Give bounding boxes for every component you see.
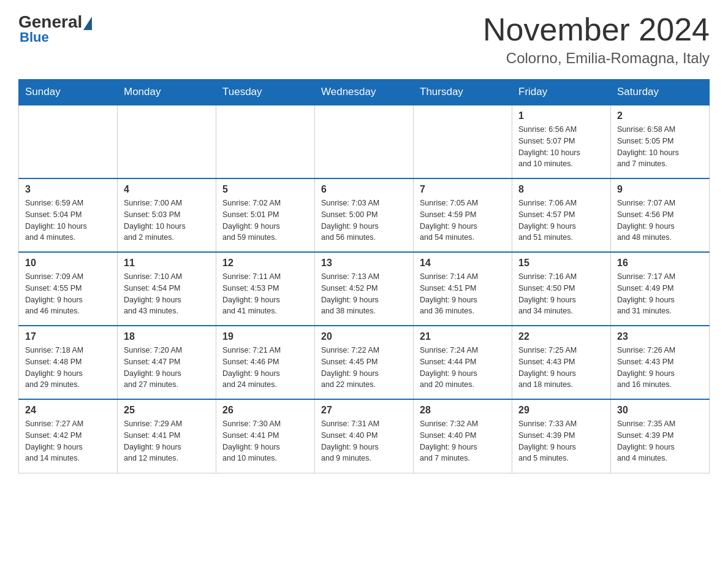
day-number: 19	[222, 331, 308, 342]
day-number: 17	[25, 331, 111, 342]
day-info: Sunrise: 7:02 AMSunset: 5:01 PMDaylight:…	[222, 197, 308, 243]
calendar-cell: 29Sunrise: 7:33 AMSunset: 4:39 PMDayligh…	[512, 399, 611, 473]
day-info: Sunrise: 7:25 AMSunset: 4:43 PMDaylight:…	[518, 345, 604, 391]
day-info: Sunrise: 7:07 AMSunset: 4:56 PMDaylight:…	[617, 197, 703, 243]
calendar-cell	[118, 105, 216, 178]
day-number: 8	[518, 184, 604, 195]
day-number: 16	[617, 258, 703, 269]
day-info: Sunrise: 7:21 AMSunset: 4:46 PMDaylight:…	[222, 345, 308, 391]
calendar-cell	[414, 105, 512, 178]
calendar-cell: 28Sunrise: 7:32 AMSunset: 4:40 PMDayligh…	[414, 399, 512, 473]
header-thursday: Thursday	[414, 80, 512, 105]
day-info: Sunrise: 7:30 AMSunset: 4:41 PMDaylight:…	[222, 418, 308, 464]
day-number: 5	[222, 184, 308, 195]
calendar-cell	[315, 105, 414, 178]
header-friday: Friday	[512, 80, 611, 105]
day-number: 2	[617, 110, 703, 121]
calendar-cell: 22Sunrise: 7:25 AMSunset: 4:43 PMDayligh…	[512, 326, 611, 399]
calendar-header-row: Sunday Monday Tuesday Wednesday Thursday…	[19, 80, 710, 105]
day-info: Sunrise: 7:35 AMSunset: 4:39 PMDaylight:…	[617, 418, 703, 464]
day-info: Sunrise: 7:26 AMSunset: 4:43 PMDaylight:…	[617, 345, 703, 391]
day-info: Sunrise: 7:11 AMSunset: 4:53 PMDaylight:…	[222, 271, 308, 317]
header-tuesday: Tuesday	[216, 80, 315, 105]
day-number: 30	[617, 405, 703, 416]
calendar-cell: 13Sunrise: 7:13 AMSunset: 4:52 PMDayligh…	[315, 252, 414, 326]
day-number: 4	[124, 184, 210, 195]
day-number: 24	[25, 405, 111, 416]
calendar-cell: 25Sunrise: 7:29 AMSunset: 4:41 PMDayligh…	[118, 399, 216, 473]
logo: General Blue	[18, 12, 92, 45]
day-info: Sunrise: 7:31 AMSunset: 4:40 PMDaylight:…	[321, 418, 407, 464]
day-info: Sunrise: 7:17 AMSunset: 4:49 PMDaylight:…	[617, 271, 703, 317]
calendar-cell	[216, 105, 315, 178]
day-number: 23	[617, 331, 703, 342]
day-info: Sunrise: 6:59 AMSunset: 5:04 PMDaylight:…	[25, 197, 111, 243]
day-number: 27	[321, 405, 407, 416]
day-number: 20	[321, 331, 407, 342]
day-number: 7	[420, 184, 506, 195]
calendar-cell: 5Sunrise: 7:02 AMSunset: 5:01 PMDaylight…	[216, 178, 315, 252]
week-row-1: 1Sunrise: 6:56 AMSunset: 5:07 PMDaylight…	[19, 105, 710, 178]
calendar-cell: 20Sunrise: 7:22 AMSunset: 4:45 PMDayligh…	[315, 326, 414, 399]
day-number: 6	[321, 184, 407, 195]
calendar-cell: 24Sunrise: 7:27 AMSunset: 4:42 PMDayligh…	[19, 399, 118, 473]
day-info: Sunrise: 7:00 AMSunset: 5:03 PMDaylight:…	[124, 197, 210, 243]
day-info: Sunrise: 7:18 AMSunset: 4:48 PMDaylight:…	[25, 345, 111, 391]
week-row-5: 24Sunrise: 7:27 AMSunset: 4:42 PMDayligh…	[19, 399, 710, 473]
logo-triangle-icon	[83, 17, 92, 30]
day-info: Sunrise: 7:22 AMSunset: 4:45 PMDaylight:…	[321, 345, 407, 391]
week-row-2: 3Sunrise: 6:59 AMSunset: 5:04 PMDaylight…	[19, 178, 710, 252]
calendar-cell: 7Sunrise: 7:05 AMSunset: 4:59 PMDaylight…	[414, 178, 512, 252]
day-number: 3	[25, 184, 111, 195]
day-number: 9	[617, 184, 703, 195]
calendar-cell: 11Sunrise: 7:10 AMSunset: 4:54 PMDayligh…	[118, 252, 216, 326]
calendar-cell: 27Sunrise: 7:31 AMSunset: 4:40 PMDayligh…	[315, 399, 414, 473]
calendar-cell: 17Sunrise: 7:18 AMSunset: 4:48 PMDayligh…	[19, 326, 118, 399]
day-info: Sunrise: 7:13 AMSunset: 4:52 PMDaylight:…	[321, 271, 407, 317]
calendar-table: Sunday Monday Tuesday Wednesday Thursday…	[18, 79, 710, 473]
calendar-cell: 8Sunrise: 7:06 AMSunset: 4:57 PMDaylight…	[512, 178, 611, 252]
day-number: 1	[518, 110, 604, 121]
calendar-cell: 1Sunrise: 6:56 AMSunset: 5:07 PMDaylight…	[512, 105, 611, 178]
calendar-cell: 9Sunrise: 7:07 AMSunset: 4:56 PMDaylight…	[611, 178, 710, 252]
header-saturday: Saturday	[611, 80, 710, 105]
calendar-cell: 4Sunrise: 7:00 AMSunset: 5:03 PMDaylight…	[118, 178, 216, 252]
calendar-cell: 2Sunrise: 6:58 AMSunset: 5:05 PMDaylight…	[611, 105, 710, 178]
day-number: 21	[420, 331, 506, 342]
day-info: Sunrise: 7:10 AMSunset: 4:54 PMDaylight:…	[124, 271, 210, 317]
calendar-cell: 14Sunrise: 7:14 AMSunset: 4:51 PMDayligh…	[414, 252, 512, 326]
day-number: 22	[518, 331, 604, 342]
day-info: Sunrise: 7:32 AMSunset: 4:40 PMDaylight:…	[420, 418, 506, 464]
calendar-cell: 21Sunrise: 7:24 AMSunset: 4:44 PMDayligh…	[414, 326, 512, 399]
day-number: 15	[518, 258, 604, 269]
day-number: 29	[518, 405, 604, 416]
month-title: November 2024	[483, 12, 710, 47]
header-monday: Monday	[118, 80, 216, 105]
week-row-3: 10Sunrise: 7:09 AMSunset: 4:55 PMDayligh…	[19, 252, 710, 326]
day-info: Sunrise: 6:58 AMSunset: 5:05 PMDaylight:…	[617, 124, 703, 170]
calendar-cell: 19Sunrise: 7:21 AMSunset: 4:46 PMDayligh…	[216, 326, 315, 399]
calendar-cell: 26Sunrise: 7:30 AMSunset: 4:41 PMDayligh…	[216, 399, 315, 473]
header-sunday: Sunday	[19, 80, 118, 105]
day-number: 13	[321, 258, 407, 269]
day-info: Sunrise: 7:09 AMSunset: 4:55 PMDaylight:…	[25, 271, 111, 317]
logo-blue-text: Blue	[20, 29, 49, 45]
calendar-cell: 18Sunrise: 7:20 AMSunset: 4:47 PMDayligh…	[118, 326, 216, 399]
day-info: Sunrise: 7:14 AMSunset: 4:51 PMDaylight:…	[420, 271, 506, 317]
calendar-cell: 12Sunrise: 7:11 AMSunset: 4:53 PMDayligh…	[216, 252, 315, 326]
day-number: 26	[222, 405, 308, 416]
week-row-4: 17Sunrise: 7:18 AMSunset: 4:48 PMDayligh…	[19, 326, 710, 399]
day-info: Sunrise: 7:16 AMSunset: 4:50 PMDaylight:…	[518, 271, 604, 317]
calendar-cell: 16Sunrise: 7:17 AMSunset: 4:49 PMDayligh…	[611, 252, 710, 326]
day-number: 10	[25, 258, 111, 269]
calendar-cell	[19, 105, 118, 178]
day-info: Sunrise: 7:27 AMSunset: 4:42 PMDaylight:…	[25, 418, 111, 464]
calendar-cell: 6Sunrise: 7:03 AMSunset: 5:00 PMDaylight…	[315, 178, 414, 252]
day-number: 28	[420, 405, 506, 416]
day-number: 12	[222, 258, 308, 269]
day-info: Sunrise: 7:20 AMSunset: 4:47 PMDaylight:…	[124, 345, 210, 391]
day-info: Sunrise: 6:56 AMSunset: 5:07 PMDaylight:…	[518, 124, 604, 170]
calendar-cell: 23Sunrise: 7:26 AMSunset: 4:43 PMDayligh…	[611, 326, 710, 399]
day-info: Sunrise: 7:33 AMSunset: 4:39 PMDaylight:…	[518, 418, 604, 464]
day-info: Sunrise: 7:24 AMSunset: 4:44 PMDaylight:…	[420, 345, 506, 391]
